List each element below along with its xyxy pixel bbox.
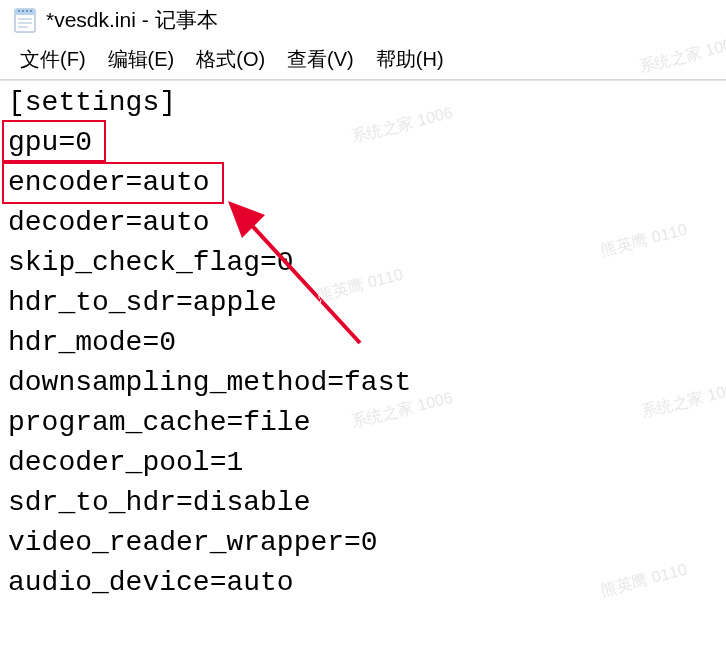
line: program_cache=file bbox=[8, 403, 718, 443]
line: gpu=0 bbox=[8, 123, 718, 163]
menu-file[interactable]: 文件(F) bbox=[12, 43, 94, 76]
line: decoder=auto bbox=[8, 203, 718, 243]
text-editor[interactable]: [settings] gpu=0 encoder=auto decoder=au… bbox=[0, 80, 726, 605]
menu-help[interactable]: 帮助(H) bbox=[368, 43, 452, 76]
line: hdr_mode=0 bbox=[8, 323, 718, 363]
line: video_reader_wrapper=0 bbox=[8, 523, 718, 563]
menu-format[interactable]: 格式(O) bbox=[188, 43, 273, 76]
line: audio_device=auto bbox=[8, 563, 718, 603]
menu-edit[interactable]: 编辑(E) bbox=[100, 43, 183, 76]
menu-bar: 文件(F) 编辑(E) 格式(O) 查看(V) 帮助(H) bbox=[0, 40, 726, 80]
window-title: *vesdk.ini - 记事本 bbox=[46, 6, 218, 34]
line: hdr_to_sdr=apple bbox=[8, 283, 718, 323]
notepad-icon bbox=[14, 7, 36, 33]
line: decoder_pool=1 bbox=[8, 443, 718, 483]
line: skip_check_flag=0 bbox=[8, 243, 718, 283]
menu-view[interactable]: 查看(V) bbox=[279, 43, 362, 76]
line: sdr_to_hdr=disable bbox=[8, 483, 718, 523]
line: downsampling_method=fast bbox=[8, 363, 718, 403]
svg-point-5 bbox=[30, 10, 32, 12]
line: encoder=auto bbox=[8, 163, 718, 203]
svg-rect-1 bbox=[15, 9, 35, 15]
line: [settings] bbox=[8, 83, 718, 123]
svg-point-3 bbox=[22, 10, 24, 12]
svg-point-2 bbox=[18, 10, 20, 12]
title-bar: *vesdk.ini - 记事本 bbox=[0, 0, 726, 40]
svg-point-4 bbox=[26, 10, 28, 12]
